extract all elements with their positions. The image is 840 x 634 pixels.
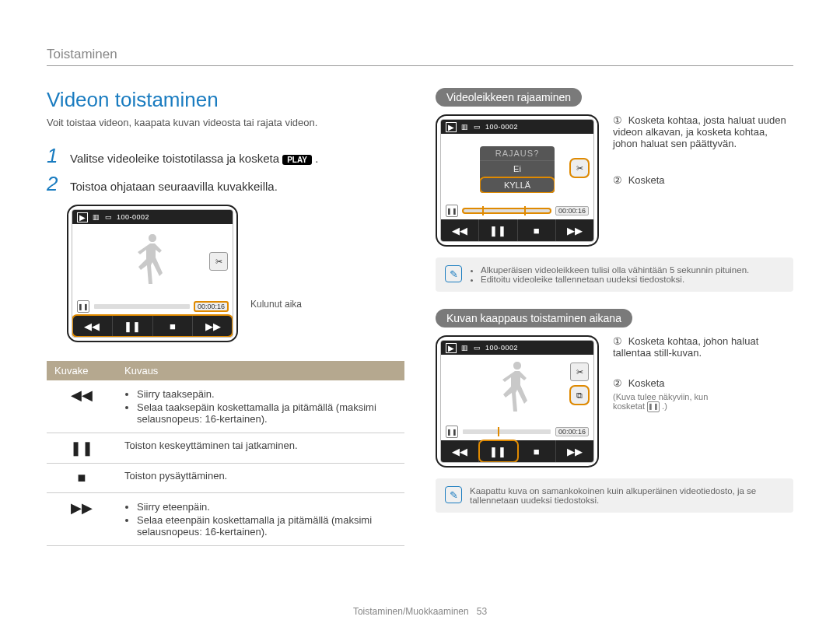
- play-chip: PLAY: [282, 155, 312, 165]
- trim-box-line: Alkuperäisen videoleikkeen tulisi olla v…: [481, 265, 749, 275]
- card-icon: ▭: [105, 213, 113, 221]
- step-marker-1: ①: [613, 114, 622, 126]
- breadcrumb: Toistaminen: [47, 47, 793, 66]
- trim-side-button[interactable]: ✂: [570, 159, 589, 177]
- player-topbar: ▶ ▥ ▭ 100-0002: [441, 120, 593, 134]
- progress-bar[interactable]: [94, 304, 190, 309]
- dancer-silhouette: [496, 359, 539, 419]
- row-desc: Siirry taaksepäin.: [137, 388, 397, 400]
- intro-text: Voit toistaa videon, kaapata kuvan video…: [47, 117, 404, 128]
- progress-bar[interactable]: [463, 208, 551, 213]
- row-desc: Selaa eteenpäin koskettamalla ja pitämäl…: [137, 514, 397, 538]
- elapsed-time: 00:00:16: [194, 302, 228, 311]
- capture-player-screen: ▶ ▥ ▭ 100-0002 ✂ ⧉ ❚❚: [436, 335, 599, 468]
- controls-table: Kuvake Kuvaus ◀◀ Siirry taaksepäin. Sela…: [47, 361, 404, 546]
- playback-mode-icon: ▶: [446, 343, 457, 353]
- forward-button[interactable]: ▶▶: [556, 219, 593, 241]
- pause-mini-icon: ❚❚: [446, 426, 458, 438]
- step-number: 2: [47, 173, 62, 194]
- trim-side-button[interactable]: ✂: [570, 363, 589, 381]
- trim-info-box: ✎ Alkuperäisen videoleikkeen tulisi olla…: [436, 257, 793, 292]
- pause-chip-icon: ❚❚: [647, 401, 660, 412]
- page-title: Videon toistaminen: [47, 88, 404, 112]
- video-viewport: ✂: [72, 224, 233, 298]
- trim-dialog: RAJAUS? Ei KYLLÄ: [480, 146, 555, 193]
- step-marker-1: ①: [613, 335, 622, 347]
- file-number: 100-0002: [117, 213, 149, 221]
- row-desc: Selaa taaksepäin koskettamalla ja pitämä…: [137, 401, 397, 425]
- table-header-desc: Kuvaus: [117, 361, 404, 380]
- rewind-icon: ◀◀: [47, 380, 117, 433]
- pause-button[interactable]: ❚❚: [479, 219, 517, 241]
- table-row: ◀◀ Siirry taaksepäin. Selaa taaksepäin k…: [47, 380, 404, 433]
- capture-sub-a: (Kuva tulee näkyviin, kun: [613, 392, 708, 401]
- video-viewport: ✂ ⧉: [441, 355, 593, 423]
- video-viewport: RAJAUS? Ei KYLLÄ ✂: [441, 134, 593, 202]
- step-1: 1 Valitse videoleike toistotilassa ja ko…: [47, 145, 404, 166]
- step-marker-2: ②: [613, 174, 622, 186]
- capture-note-2: Kosketa: [628, 377, 665, 389]
- dancer-silhouette: [131, 231, 174, 292]
- table-header-icon: Kuvake: [47, 361, 117, 380]
- card-icon: ▭: [474, 123, 481, 131]
- progress-row: ❚❚ 00:00:16: [441, 423, 593, 440]
- transport-controls: ◀◀ ❚❚ ■ ▶▶: [441, 440, 593, 462]
- rewind-button[interactable]: ◀◀: [441, 440, 479, 462]
- battery-icon: ▥: [461, 123, 469, 131]
- footer-section: Toistaminen/Muokkaaminen: [353, 606, 469, 617]
- step-marker-2: ②: [613, 377, 622, 389]
- forward-button[interactable]: ▶▶: [556, 440, 593, 462]
- battery-icon: ▥: [93, 213, 100, 221]
- stop-button[interactable]: ■: [518, 219, 556, 241]
- step-text: Toistoa ohjataan seuraavilla kuvakkeilla…: [70, 180, 278, 193]
- progress-bar[interactable]: [463, 429, 551, 434]
- pause-button[interactable]: ❚❚: [479, 440, 517, 462]
- trim-dialog-title: RAJAUS?: [480, 146, 555, 161]
- trim-side-button[interactable]: ✂: [209, 252, 228, 271]
- card-icon: ▭: [474, 344, 481, 352]
- battery-icon: ▥: [461, 344, 469, 352]
- stop-icon: ■: [47, 464, 117, 493]
- player-topbar: ▶ ▥ ▭ 100-0002: [441, 341, 593, 355]
- step-1-text-b: .: [315, 152, 318, 165]
- table-row: ❚❚ Toiston keskeyttäminen tai jatkaminen…: [47, 433, 404, 464]
- trim-box-line: Editoitu videoleike tallennetaan uudeksi…: [481, 275, 749, 284]
- file-number: 100-0002: [485, 123, 518, 131]
- elapsed-caption: Kulunut aika: [250, 299, 302, 342]
- info-icon: ✎: [445, 265, 462, 282]
- capture-info-box: ✎ Kaapattu kuva on samankokoinen kuin al…: [436, 478, 793, 513]
- stop-button[interactable]: ■: [518, 440, 556, 462]
- elapsed-time: 00:00:16: [555, 427, 589, 436]
- pause-mini-icon: ❚❚: [77, 300, 89, 313]
- capture-sub-c: .): [662, 401, 667, 411]
- transport-controls: ◀◀ ❚❚ ■ ▶▶: [441, 219, 593, 241]
- capture-sub-b: kosketat: [613, 401, 647, 411]
- capture-box-text: Kaapattu kuva on samankokoinen kuin alku…: [470, 486, 784, 505]
- info-icon: ✎: [445, 486, 462, 503]
- trim-note-2: Kosketa: [628, 174, 665, 186]
- pause-mini-icon: ❚❚: [446, 205, 458, 217]
- main-player-screen: ▶ ▥ ▭ 100-0002 ✂ ❚❚ 00:00:16: [67, 205, 238, 342]
- stop-button[interactable]: ■: [153, 315, 194, 337]
- pause-button[interactable]: ❚❚: [113, 315, 153, 337]
- trim-dialog-yes[interactable]: KYLLÄ: [480, 177, 555, 193]
- row-desc: Toiston keskeyttäminen tai jatkaminen.: [117, 433, 404, 464]
- file-number: 100-0002: [485, 344, 518, 352]
- page-footer: Toistaminen/Muokkaaminen 53: [0, 606, 840, 617]
- capture-heading-pill: Kuvan kaappaus toistaminen aikana: [436, 309, 632, 328]
- row-desc: Toiston pysäyttäminen.: [117, 464, 404, 493]
- progress-row: ❚❚ 00:00:16: [441, 202, 593, 219]
- elapsed-time: 00:00:16: [555, 206, 589, 215]
- player-topbar: ▶ ▥ ▭ 100-0002: [72, 210, 233, 224]
- row-desc: Siirry eteenpäin.: [137, 501, 397, 513]
- step-1-text-a: Valitse videoleike toistotilassa ja kosk…: [70, 152, 282, 165]
- table-row: ▶▶ Siirry eteenpäin. Selaa eteenpäin kos…: [47, 493, 404, 546]
- rewind-button[interactable]: ◀◀: [72, 315, 113, 337]
- capture-side-button[interactable]: ⧉: [570, 386, 589, 405]
- trim-dialog-no[interactable]: Ei: [480, 161, 555, 177]
- table-row: ■ Toiston pysäyttäminen.: [47, 464, 404, 493]
- forward-icon: ▶▶: [47, 493, 117, 546]
- rewind-button[interactable]: ◀◀: [441, 219, 479, 241]
- forward-button[interactable]: ▶▶: [193, 315, 233, 337]
- capture-note-1: Kosketa kohtaa, johon haluat tallentaa s…: [613, 335, 758, 359]
